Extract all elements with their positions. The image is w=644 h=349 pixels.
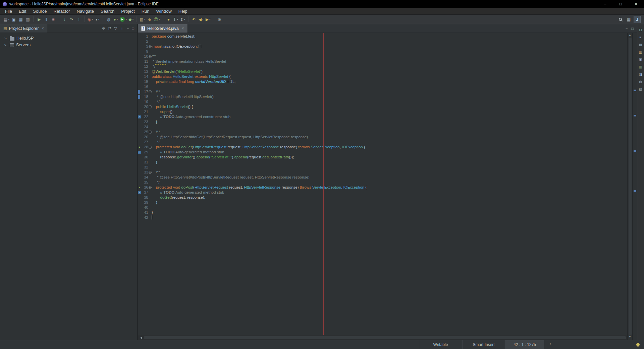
code-line[interactable]: 42 [138,215,627,220]
next-annotation-button[interactable]: ↧▾ [172,16,179,23]
code-line[interactable]: 32 [138,165,627,170]
maximize-window-button[interactable]: □ [613,0,628,8]
code-line[interactable]: 9 [138,49,627,54]
suspend-button[interactable]: ‖ [43,16,50,23]
fold-expanded-icon[interactable]: − [149,131,152,134]
code-line[interactable]: ▲28− protected void doGet(HttpServletReq… [138,145,627,150]
menu-window[interactable]: Window [153,8,175,14]
scroll-up-icon[interactable]: ▲ [629,34,631,38]
last-edit-location-button[interactable]: ↶ [191,16,198,23]
fold-expanded-icon[interactable]: − [149,105,152,108]
code-line[interactable]: 20− public HelloServlet() { [138,104,627,109]
fold-expanded-icon[interactable]: − [149,55,152,58]
tree-item-hellojsp[interactable]: >HelloJSP [0,35,137,42]
pin-editor-button[interactable]: ⊙ [216,16,223,23]
restore-views-icon[interactable]: ⊡ [638,28,643,32]
minimized-snippets-view-icon[interactable]: ▧ [638,87,643,91]
code-line[interactable]: 21 super(); [138,109,627,114]
code-line[interactable]: ✓37 // TODO Auto-generated method stub [138,190,627,195]
step-over-button[interactable]: ↷ [68,16,75,23]
minimize-view-button[interactable]: − [127,27,129,31]
code-line[interactable]: 38 doGet(request, response); [138,195,627,200]
print-button[interactable]: ▥ [24,16,31,23]
link-with-editor-button[interactable]: ⇄ [108,26,111,31]
code-line[interactable]: 18 * @see HttpServlet#HttpServlet() [138,94,627,99]
code-line[interactable]: 10−/** [138,54,627,59]
code-line[interactable]: ✓22 // TODO Auto-generated constructor s… [138,114,627,119]
minimized-problems-view-icon[interactable]: ▦ [638,50,643,54]
chevron-right-icon[interactable]: > [4,36,8,41]
code-line[interactable]: 11 * Servlet implementation class HelloS… [138,59,627,64]
code-line[interactable]: ✓29 // TODO Auto-generated method stub [138,150,627,155]
code-line[interactable]: 35 */ [138,180,627,185]
code-line[interactable]: 2 [138,39,627,44]
terminate-button[interactable]: ■ [50,16,57,23]
statusbar-overflow-icon[interactable]: ⋮ [544,342,556,347]
code-line[interactable]: 27 */ [138,140,627,145]
code-line[interactable]: 33− /** [138,170,627,175]
code-line[interactable]: 15 private static final long serialVersi… [138,79,627,84]
new-class-button[interactable]: Ⓒ▾ [153,16,161,23]
fold-collapsed-icon[interactable]: + [149,45,152,48]
code-line[interactable]: 25− /** [138,130,627,135]
forward-button[interactable]: ▶▾ [205,16,212,23]
chevron-right-icon[interactable]: > [4,43,8,47]
vertical-scroll-thumb[interactable] [629,38,632,335]
insert-mode-status[interactable]: Smart Insert [462,340,505,349]
code-line[interactable]: 3+import java.io.IOException; [138,44,627,49]
fold-expanded-icon[interactable]: − [149,146,152,149]
overview-mark[interactable] [634,115,636,116]
coverage-button[interactable]: ◉▾ [87,16,94,23]
view-menu-button[interactable]: ⋮ [120,26,124,31]
new-wizard-button[interactable]: ▤▾ [3,16,10,23]
scroll-left-icon[interactable]: ◀ [139,336,143,339]
maximize-view-button[interactable]: □ [132,27,134,31]
folded-region-icon[interactable] [199,45,201,48]
minimized-outline-view-icon[interactable]: ≡ [638,35,643,40]
code-line[interactable]: 14public class HelloServlet extends Http… [138,74,627,79]
open-perspective-button[interactable]: ▦ [625,16,632,23]
overview-ruler[interactable] [632,33,637,340]
overview-mark[interactable] [634,90,636,91]
menu-project[interactable]: Project [118,8,138,14]
code-line[interactable]: 26 * @see HttpServlet#doGet(HttpServletR… [138,135,627,140]
close-explorer-icon[interactable]: × [42,26,44,31]
code-line[interactable]: 16 [138,84,627,89]
collapse-all-button[interactable]: ⊖ [102,26,105,31]
code-line[interactable]: 24 [138,124,627,130]
code-line[interactable]: 1package com.servlet.test; [138,34,627,39]
code-line[interactable]: 23 } [138,119,627,124]
code-line[interactable]: 41} [138,210,627,215]
profile-button[interactable]: ◑▾ [94,16,101,23]
menu-run[interactable]: Run [138,8,153,14]
minimize-window-button[interactable]: – [597,0,613,8]
code-line[interactable]: ▲36− protected void doPost(HttpServletRe… [138,185,627,190]
code-line[interactable]: 30 response.getWriter().append("Served a… [138,155,627,160]
menu-refactor[interactable]: Refactor [50,8,73,14]
save-all-button[interactable]: ▦ [17,16,24,23]
tab-project-explorer[interactable]: ▤ Project Explorer × [0,24,47,33]
maximize-editor-icon[interactable]: □ [631,27,634,31]
close-window-button[interactable]: × [628,0,644,8]
menu-file[interactable]: File [2,8,15,14]
menu-edit[interactable]: Edit [15,8,30,14]
code-line[interactable]: 19 */ [138,99,627,104]
code-line[interactable]: 40 [138,205,627,210]
horizontal-scroll-thumb[interactable] [144,336,626,339]
code-line[interactable]: 17− /** [138,89,627,94]
new-java-project-button[interactable]: ▨▾ [139,16,146,23]
fold-expanded-icon[interactable]: − [149,90,152,93]
vertical-scrollbar[interactable]: ▲ ▼ [627,33,632,340]
step-into-button[interactable]: ↓ [61,16,68,23]
code-line[interactable]: 39 } [138,200,627,205]
code-line[interactable]: 34 * @see HttpServlet#doPost(HttpServlet… [138,175,627,180]
menu-source[interactable]: Source [30,8,50,14]
overview-mark[interactable] [634,190,636,192]
overview-mark[interactable] [634,150,636,152]
minimize-editor-icon[interactable]: − [626,27,628,31]
menu-search[interactable]: Search [97,8,118,14]
new-package-button[interactable]: ◆ [146,16,153,23]
menu-navigate[interactable]: Navigate [73,8,97,14]
back-button[interactable]: ◀▾ [198,16,205,23]
step-return-button[interactable]: ↑ [75,16,82,23]
